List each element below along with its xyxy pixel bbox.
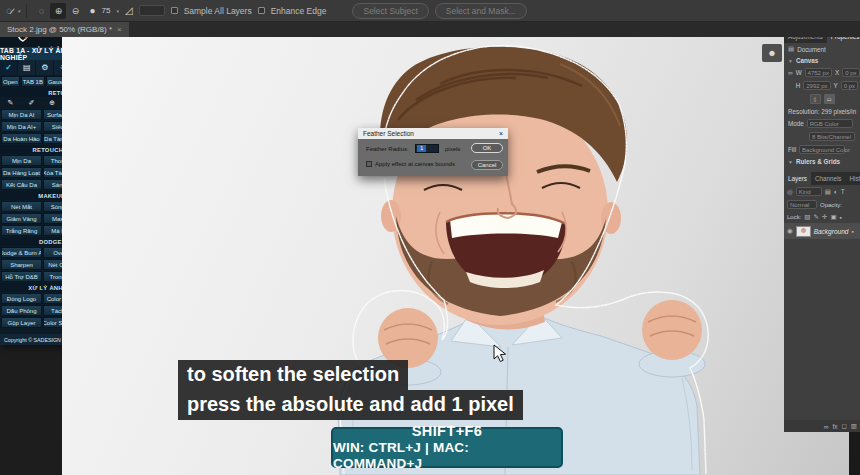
select-subject-button[interactable]: Select Subject	[352, 3, 428, 19]
copyright-text: Copyright © SADESIGN	[4, 337, 61, 343]
plugin-button[interactable]: Sharpen	[1, 259, 42, 270]
layer-style-fx-icon[interactable]: fx	[832, 423, 837, 430]
dialog-close-icon[interactable]: ×	[499, 130, 503, 137]
document-icon: ▤	[788, 45, 794, 53]
landscape-orientation-button[interactable]: ▭	[824, 94, 835, 104]
sample-all-layers-label: Sample All Layers	[184, 6, 252, 16]
feather-radius-label: Feather Radius:	[366, 146, 409, 152]
collapsed-panel-portrait-icon[interactable]: ☻	[762, 44, 782, 62]
tab-1b-button[interactable]: TAB 1B	[21, 76, 45, 87]
layers-panel: Layers Channels History ◎ Kind ▤ ◐ T Nor…	[784, 172, 860, 432]
tool-options-bar: ◌̷ ▾ ◌ ⊕ ⊖ ● 75 ▾ ◿ Sample All Layers En…	[0, 0, 860, 22]
filter-adjustment-icon[interactable]: ◐	[834, 188, 838, 195]
filter-type-icon[interactable]: T	[841, 188, 845, 195]
bit-depth-dropdown[interactable]: 8 Bits/Channel	[809, 132, 855, 141]
select-and-mask-button[interactable]: Select and Mask...	[435, 3, 527, 19]
filter-kind-dropdown[interactable]: Kind	[796, 187, 822, 196]
y-label: Y	[834, 82, 838, 89]
tab-history[interactable]: History	[846, 172, 860, 185]
tab-channels[interactable]: Channels	[811, 172, 846, 185]
blend-mode-dropdown[interactable]: Normal	[787, 200, 817, 209]
plugin-button[interactable]: Mịn Da	[1, 155, 42, 166]
h-label: H	[796, 82, 801, 89]
lock-artboard-icon[interactable]: ▣	[830, 213, 836, 221]
lock-pixels-icon[interactable]: ✎	[814, 213, 819, 221]
tab-check-icon[interactable]: ✓	[0, 60, 18, 75]
filter-image-icon[interactable]: ▤	[825, 188, 831, 196]
height-field[interactable]: 2992 px	[803, 81, 830, 90]
shortcut-line-1: SHIFT+F6	[412, 423, 482, 440]
plugin-button[interactable]: Da Hoàn Hảo	[1, 133, 42, 144]
plugin-button[interactable]: Gộp Layer	[1, 317, 42, 328]
lock-label: Lock:	[787, 214, 801, 220]
close-tab-icon[interactable]: ×	[117, 25, 122, 34]
angle-input[interactable]	[139, 5, 165, 16]
subtract-from-selection-brush-icon[interactable]: ⊖	[67, 3, 83, 19]
tab-layers[interactable]: Layers	[784, 172, 811, 185]
quick-selection-tool-icon[interactable]: ◌̷	[6, 6, 12, 16]
plugin-button[interactable]: Trắng Răng	[1, 225, 42, 236]
fill-label: Fill	[788, 146, 796, 153]
plugin-button[interactable]: Giảm Vàng	[1, 213, 42, 224]
plugin-button[interactable]: Mịn Da AI+	[1, 121, 42, 132]
layers-footer: ∞ fx ◻ ▥	[784, 420, 860, 432]
enhance-edge-checkbox[interactable]	[258, 7, 265, 14]
plugin-button[interactable]: Kết Cấu Da	[1, 179, 42, 190]
plugin-button[interactable]: Dodge & Burn AI	[1, 247, 42, 258]
layer-row-background[interactable]: ◉ Background ▪	[784, 223, 860, 239]
new-layer-icon[interactable]: ▥	[851, 422, 857, 430]
brush-size-value[interactable]: 75	[102, 6, 111, 15]
add-to-selection-brush-icon[interactable]: ⊕	[50, 3, 66, 19]
new-selection-brush-icon[interactable]: ◌	[33, 3, 49, 19]
document-tab[interactable]: Stock 2.jpg @ 50% (RGB/8) * ×	[0, 22, 129, 37]
add-mask-icon[interactable]: ◻	[841, 422, 846, 430]
brush-picker-chevron-icon[interactable]: ▾	[116, 8, 119, 14]
tab-document-icon[interactable]: ▤	[18, 60, 36, 75]
resolution-value: Resolution: 299 pixels/in	[788, 108, 856, 115]
brush-size-icon[interactable]: ●	[89, 6, 95, 16]
visibility-eye-icon[interactable]: ◉	[787, 227, 793, 235]
canvas-section-label: Canvas	[796, 57, 818, 64]
link-layers-icon[interactable]: ∞	[824, 423, 829, 430]
dock-edge-strip	[849, 432, 860, 475]
fill-dropdown[interactable]: Background Color	[799, 145, 845, 154]
keyboard-shortcut-callout: SHIFT+F6 WIN: CTRL+J | MAC: COMMAND+J	[331, 427, 563, 468]
layer-thumbnail[interactable]	[796, 226, 811, 237]
feather-radius-input[interactable]: 1	[415, 144, 439, 153]
plugin-button[interactable]: Đóng Logo	[1, 293, 42, 304]
subtitle-line-1: to soften the selection	[178, 360, 408, 390]
tab-gear-icon[interactable]: ⚙	[36, 60, 54, 75]
width-field[interactable]: 4752 px	[805, 68, 832, 77]
pixels-label: pixels	[445, 146, 460, 152]
brush-icon[interactable]: ✐	[28, 99, 34, 107]
plugin-button[interactable]: Hỗ Trợ D&B	[1, 271, 42, 282]
x-field[interactable]: 0 px	[842, 68, 859, 77]
document-label: Document	[797, 46, 826, 53]
dialog-titlebar[interactable]: Feather Selection ×	[358, 128, 508, 139]
w-label: W	[796, 69, 802, 76]
open-button[interactable]: Open	[1, 76, 20, 87]
lock-position-icon[interactable]: ✛	[822, 213, 827, 221]
plugin-button[interactable]: Mịn Da AI	[1, 109, 42, 120]
chevron-down-icon[interactable]: ▼	[788, 58, 793, 64]
link-dimensions-icon[interactable]: ∞	[788, 69, 793, 76]
y-field[interactable]: 0 px	[841, 81, 858, 90]
apply-at-bounds-checkbox[interactable]	[366, 161, 372, 167]
lock-transparency-icon[interactable]: ▨	[804, 213, 810, 221]
lock-all-icon[interactable]: ▪	[840, 214, 842, 221]
sample-all-layers-checkbox[interactable]	[171, 7, 178, 14]
plugin-button[interactable]: Da Hàng Loạt	[1, 167, 42, 178]
portrait-orientation-button[interactable]: ▯	[810, 94, 821, 104]
pencil-icon[interactable]: ✎	[8, 99, 14, 107]
mode-dropdown[interactable]: RGB Color	[807, 119, 853, 128]
subtitle-line-2: press the absolute and add 1 pixel	[178, 390, 523, 420]
properties-panel: Adjustments Properties ▤ Document ▼ Canv…	[784, 30, 860, 172]
feather-selection-dialog: Feather Selection × Feather Radius: 1 pi…	[358, 128, 508, 176]
ok-button[interactable]: OK	[471, 143, 503, 153]
plugin-button[interactable]: Dấu Phông	[1, 305, 42, 316]
clone-stamp-icon[interactable]: ⊕	[49, 99, 55, 107]
chevron-down-icon[interactable]: ▼	[788, 159, 793, 165]
cancel-button[interactable]: Cancel	[471, 160, 503, 170]
plugin-button[interactable]: Nét Mắt	[1, 201, 42, 212]
tool-preset-chevron-icon[interactable]: ▾	[18, 8, 21, 14]
